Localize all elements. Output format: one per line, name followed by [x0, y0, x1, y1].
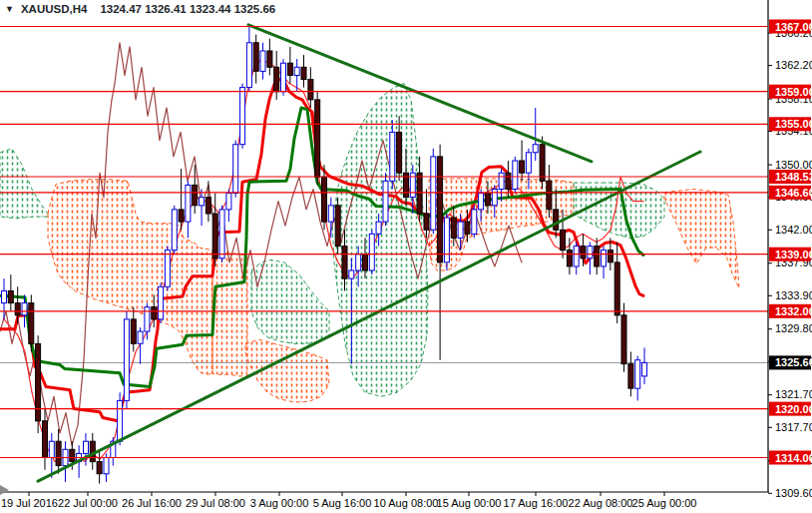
bull-candle-body	[49, 441, 54, 457]
bull-candle-body	[602, 251, 607, 266]
bear-candle-body	[335, 206, 340, 247]
bear-candle-body	[621, 315, 626, 364]
bull-candle-body	[328, 206, 333, 222]
chart-shift-marker[interactable]	[0, 485, 9, 495]
bull-candle-body	[635, 360, 640, 389]
bear-candle-body	[567, 251, 572, 266]
bear-candle-body	[322, 177, 327, 222]
bull-candle-body	[444, 218, 449, 262]
bear-candle-body	[363, 255, 368, 270]
svg-text:1339.00: 1339.00	[775, 249, 812, 260]
price-tick-label: 1342.00	[775, 224, 812, 236]
price-tick-label: 1309.60	[775, 487, 812, 499]
bull-candle-body	[22, 303, 27, 315]
price-tick-label: 1333.90	[775, 289, 812, 301]
svg-text:1320.00: 1320.00	[775, 403, 812, 415]
bear-candle-body	[485, 194, 490, 206]
bull-candle-body	[138, 331, 143, 343]
bear-candle-body	[315, 100, 320, 177]
time-axis-labels: 19 Jul 201622 Jul 00:0026 Jul 16:0029 Ju…	[1, 492, 696, 509]
price-tick-label: 1362.20	[775, 59, 812, 71]
time-tick-label: 29 Jul 08:00	[186, 497, 245, 509]
bull-candle-body	[513, 161, 518, 190]
bull-candle-body	[533, 145, 538, 153]
bull-candle-body	[118, 400, 123, 441]
bear-candle-body	[267, 51, 272, 67]
svg-text:1348.53: 1348.53	[775, 171, 812, 183]
level-price-badge: 1332.00	[769, 304, 812, 318]
bull-candle-body	[356, 255, 361, 270]
svg-text:1355.00: 1355.00	[775, 118, 812, 130]
bear-candle-body	[43, 421, 48, 458]
price-tick-label: 1317.70	[775, 421, 812, 433]
bull-candle-body	[84, 441, 89, 453]
bear-candle-body	[287, 63, 292, 75]
level-price-badge: 1359.00	[769, 85, 812, 99]
level-price-badge: 1320.00	[769, 402, 812, 416]
cloud-green-patch	[0, 149, 48, 219]
svg-text:1359.00: 1359.00	[775, 86, 812, 98]
bull-candle-body	[574, 247, 579, 266]
time-tick-label: 26 Jul 16:00	[122, 497, 182, 509]
bull-candle-body	[499, 173, 504, 189]
symbol-dropdown-arrow[interactable]: ▼	[5, 5, 14, 14]
level-price-badge: 1355.00	[769, 117, 812, 131]
bear-candle-body	[397, 132, 402, 173]
bull-candle-body	[281, 63, 286, 91]
bull-candle-body	[104, 458, 109, 474]
bear-candle-body	[97, 462, 102, 474]
chart-canvas[interactable]: 1366.201362.201358.101354.101350.001346.…	[0, 0, 812, 513]
bear-candle-body	[152, 307, 157, 319]
time-tick-label: 17 Aug 16:00	[504, 497, 569, 509]
bull-candle-body	[2, 290, 7, 302]
bear-candle-body	[561, 230, 566, 250]
bear-candle-body	[540, 145, 545, 182]
svg-text:1367.00: 1367.00	[775, 21, 812, 33]
bear-candle-body	[506, 173, 511, 189]
level-price-badge: 1314.00	[769, 451, 812, 465]
bear-candle-body	[15, 303, 20, 315]
bull-candle-body	[383, 181, 388, 222]
price-tick-label: 1321.70	[775, 388, 812, 400]
bear-candle-body	[417, 173, 422, 214]
bull-candle-body	[458, 222, 463, 238]
price-tick-label: 1350.00	[775, 159, 812, 171]
bear-candle-body	[301, 67, 306, 79]
bear-candle-body	[179, 210, 184, 222]
bull-candle-body	[240, 88, 245, 145]
bull-candle-body	[159, 286, 164, 319]
bull-candle-body	[642, 362, 647, 376]
bear-candle-body	[8, 290, 13, 302]
cloud-orange-patch	[664, 190, 739, 288]
bear-candle-body	[70, 449, 75, 461]
level-price-badge: 1348.53	[769, 170, 812, 184]
bear-candle-body	[608, 251, 612, 262]
bull-candle-body	[369, 234, 374, 270]
bull-candle-body	[260, 51, 265, 71]
bull-candle-body	[492, 190, 497, 206]
current-price-badge: 1325.66	[769, 355, 812, 369]
mt4-chart-window: ▼ XAUUSD,H4 1324.47 1326.41 1323.44 1325…	[0, 0, 812, 513]
bull-candle-body	[200, 198, 204, 206]
svg-text:1346.60: 1346.60	[775, 187, 812, 199]
bear-candle-body	[520, 161, 525, 173]
bull-candle-body	[349, 270, 354, 278]
cloud-green-patch	[251, 259, 329, 343]
bear-candle-body	[274, 67, 279, 92]
bull-candle-body	[233, 145, 238, 194]
bull-candle-body	[165, 251, 170, 287]
cloud-green-patch	[332, 84, 428, 397]
descending-trendline[interactable]	[248, 25, 592, 162]
bear-candle-body	[424, 214, 429, 230]
bear-candle-body	[465, 222, 470, 234]
time-tick-label: 19 Jul 2016	[1, 497, 58, 509]
bear-candle-body	[342, 247, 347, 279]
bear-candle-body	[193, 185, 198, 205]
bull-candle-body	[431, 157, 436, 230]
bull-candle-body	[219, 210, 224, 258]
bull-candle-body	[246, 43, 251, 88]
chart-symbol-timeframe: XAUUSD,H4	[21, 3, 87, 15]
bear-candle-body	[595, 247, 600, 266]
bull-candle-body	[479, 194, 484, 210]
bull-candle-body	[294, 67, 299, 75]
